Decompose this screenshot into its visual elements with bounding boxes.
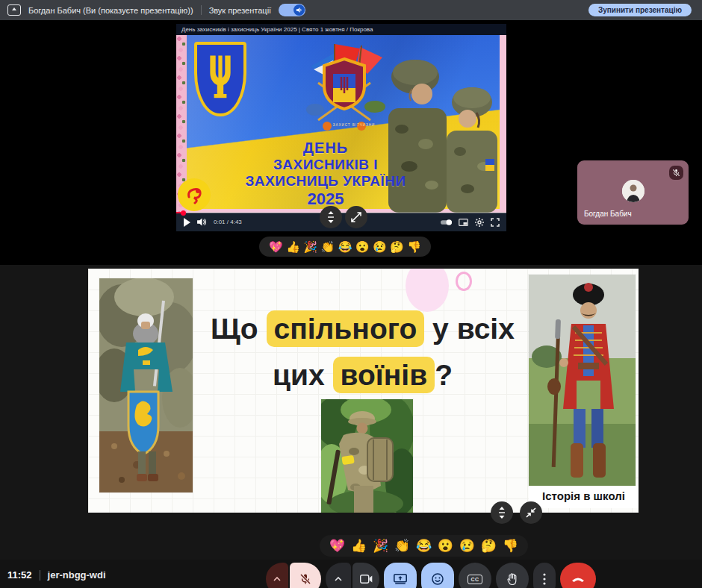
mic-options-button[interactable] bbox=[266, 563, 288, 588]
presentation-audio-toggle[interactable] bbox=[279, 4, 305, 16]
presenter-label: Богдан Бабич (Ви (показуєте презентацію)… bbox=[28, 6, 193, 15]
fullscreen-icon[interactable] bbox=[491, 218, 500, 227]
meeting-code: jer-nbgg-wdi bbox=[48, 569, 106, 581]
highlighted-word: спільного bbox=[267, 310, 425, 347]
trident-icon bbox=[205, 52, 236, 106]
unfold-arrows-icon bbox=[326, 211, 336, 223]
miniplayer-icon[interactable] bbox=[459, 219, 468, 226]
participant-avatar bbox=[622, 180, 644, 202]
captions-button[interactable]: CC bbox=[459, 563, 491, 588]
reposition-button-2[interactable] bbox=[491, 501, 513, 524]
title-text: Що bbox=[211, 313, 266, 345]
slide-title: Що спільного у всіх цих воїнів? bbox=[196, 306, 529, 398]
end-call-icon bbox=[571, 576, 585, 583]
raise-hand-button[interactable] bbox=[496, 563, 529, 588]
youtube-player[interactable]: День захисників і захисниць України 2025… bbox=[176, 24, 506, 231]
presentation-top-bar: Богдан Бабич (Ви (показуєте презентацію)… bbox=[0, 0, 702, 20]
poster-line-4: 2025 bbox=[214, 190, 438, 209]
unfold-arrows-icon bbox=[497, 507, 507, 519]
presentation-area: Що спільного у всіх цих воїнів? bbox=[0, 265, 702, 560]
open-in-full-icon bbox=[351, 212, 361, 222]
modern-soldier-photo bbox=[321, 399, 413, 513]
reaction-emoji[interactable]: 👍 bbox=[286, 240, 300, 254]
expand-button[interactable] bbox=[345, 206, 367, 228]
highlighted-word: воїнів bbox=[333, 357, 435, 393]
reaction-emoji[interactable]: 💖 bbox=[329, 538, 345, 554]
reaction-emoji[interactable]: 😮 bbox=[355, 240, 370, 254]
mic-mute-button[interactable] bbox=[290, 563, 321, 588]
present-screen-icon bbox=[7, 4, 21, 16]
time-display: 0:01 / 4:43 bbox=[214, 219, 242, 225]
close-fullscreen-icon bbox=[526, 507, 536, 518]
present-button[interactable] bbox=[384, 563, 417, 588]
poster-line-3: ЗАХИСНИЦЬ УКРАЇНИ bbox=[214, 173, 438, 190]
raised-hand-icon bbox=[507, 573, 518, 585]
reaction-emoji[interactable]: 👏 bbox=[394, 538, 410, 554]
reactions-bar: 💖 👍 🎉 👏 😂 😮 😢 🤔 👎 bbox=[259, 237, 431, 257]
reaction-emoji[interactable]: 👏 bbox=[320, 240, 335, 254]
reaction-emoji[interactable]: 💖 bbox=[269, 240, 283, 254]
chevron-up-icon bbox=[335, 577, 342, 581]
reaction-emoji[interactable]: 🎉 bbox=[303, 240, 317, 254]
divider bbox=[40, 570, 40, 581]
reactions-button[interactable] bbox=[421, 563, 454, 588]
participant-mic-muted-badge bbox=[669, 166, 683, 180]
poster-title: ДЕНЬ ЗАХИСНИКІВ І ЗАХИСНИЦЬ УКРАЇНИ 2025 bbox=[214, 140, 438, 209]
reaction-emoji[interactable]: 😂 bbox=[416, 538, 432, 554]
reaction-emoji[interactable]: 👍 bbox=[351, 538, 367, 554]
reaction-emoji[interactable]: 🎉 bbox=[373, 538, 388, 554]
autoplay-toggle-icon[interactable] bbox=[441, 219, 452, 226]
reaction-emoji[interactable]: 😢 bbox=[459, 538, 475, 554]
knight-photo bbox=[99, 278, 193, 492]
settings-gear-icon[interactable] bbox=[475, 218, 484, 227]
call-footer: 11:52 jer-nbgg-wdi CC bbox=[0, 560, 702, 588]
slide-watermark: Історія в школі bbox=[529, 486, 639, 508]
mic-off-icon bbox=[672, 169, 680, 177]
camera-control-group bbox=[326, 563, 379, 588]
pink-balloon-decoration bbox=[456, 272, 472, 291]
reaction-emoji[interactable]: 😮 bbox=[438, 538, 453, 554]
slide: Що спільного у всіх цих воїнів? bbox=[88, 269, 639, 513]
presentation-audio-label: Звук презентації bbox=[209, 6, 272, 15]
stop-presentation-button[interactable]: Зупинити презентацію bbox=[588, 4, 692, 16]
volume-button[interactable] bbox=[197, 218, 207, 226]
more-options-button[interactable] bbox=[533, 563, 556, 588]
reaction-emoji[interactable]: 😢 bbox=[373, 240, 387, 254]
closed-captions-icon: CC bbox=[468, 575, 482, 584]
minimize-button[interactable] bbox=[520, 501, 542, 524]
poster-line-2: ЗАХИСНИКІВ І bbox=[214, 157, 438, 173]
reaction-emoji[interactable]: 👎 bbox=[407, 240, 421, 254]
camera-icon bbox=[360, 575, 373, 584]
reactions-bar-2: 💖 👍 🎉 👏 😂 😮 😢 🤔 👎 bbox=[320, 535, 528, 557]
progress-handle[interactable] bbox=[181, 210, 186, 216]
play-button[interactable] bbox=[183, 218, 190, 227]
end-call-button[interactable] bbox=[560, 563, 596, 588]
channel-logo bbox=[178, 178, 211, 211]
cossack-photo bbox=[529, 275, 636, 486]
slide-title-line-2: цих воїнів? bbox=[196, 352, 529, 398]
camera-button[interactable] bbox=[352, 563, 379, 588]
reaction-emoji[interactable]: 🤔 bbox=[481, 538, 497, 554]
title-text: у всіх bbox=[424, 313, 515, 345]
clock: 11:52 bbox=[7, 569, 32, 581]
video-poster: ДЕНЬ ЗАХИСНИКІВ І ЗАХИСНИЦЬ УКРАЇНИ 2025… bbox=[176, 35, 506, 213]
mic-off-icon bbox=[299, 573, 311, 585]
slide-title-line-1: Що спільного у всіх bbox=[196, 306, 529, 352]
smiley-icon bbox=[432, 573, 444, 585]
participant-tile[interactable]: Богдан Бабич bbox=[577, 160, 689, 225]
camera-options-button[interactable] bbox=[326, 563, 351, 588]
toggle-knob-speaker-icon bbox=[293, 4, 305, 16]
reposition-button[interactable] bbox=[320, 206, 342, 228]
participant-name: Богдан Бабич bbox=[584, 210, 632, 218]
reaction-emoji[interactable]: 👎 bbox=[503, 538, 518, 554]
emblem-motto: ЗАХИСТ ВІТЧИЗНИ bbox=[309, 123, 399, 127]
video-title: День захисників і захисниць України 2025… bbox=[176, 24, 506, 35]
reaction-emoji[interactable]: 😂 bbox=[338, 240, 352, 254]
meeting-info: 11:52 jer-nbgg-wdi bbox=[7, 569, 106, 581]
divider bbox=[201, 5, 202, 15]
title-text: цих bbox=[273, 359, 332, 391]
vertical-dots-icon bbox=[543, 573, 546, 585]
shared-screen-area: День захисників і захисниць України 2025… bbox=[0, 20, 702, 265]
reaction-emoji[interactable]: 🤔 bbox=[390, 240, 404, 254]
present-screen-icon bbox=[394, 574, 407, 584]
